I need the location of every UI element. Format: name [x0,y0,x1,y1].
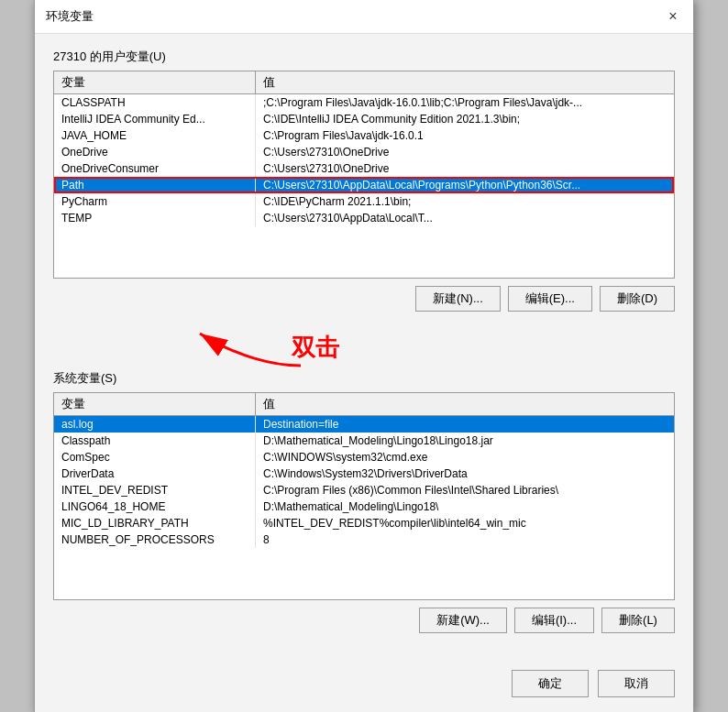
table-row[interactable]: NUMBER_OF_PROCESSORS8 [54,531,674,548]
row-val: %INTEL_DEV_REDIST%compiler\lib\intel64_w… [256,515,674,531]
row-var: TEMP [54,210,256,226]
row-val: C:\Program Files\Java\jdk-16.0.1 [256,127,674,144]
system-header-var: 变量 [54,393,256,415]
row-var: Classpath [54,433,256,449]
row-var: JAVA_HOME [54,127,256,144]
row-val: Destination=file [256,416,674,433]
system-variables-table: 变量 值 asl.logDestination=fileClasspathD:\… [53,392,675,600]
table-row[interactable]: LINGO64_18_HOMED:\Mathematical_Modeling\… [54,498,674,515]
table-row[interactable]: TEMPC:\Users\27310\AppData\Local\T... [54,210,674,226]
system-table-body: asl.logDestination=fileClasspathD:\Mathe… [54,416,674,599]
row-var: asl.log [54,416,256,433]
system-buttons-row: 新建(W)... 编辑(I)... 删除(L) [53,608,675,633]
row-var: DriverData [54,466,256,482]
user-buttons-row: 新建(N)... 编辑(E)... 删除(D) [53,286,675,312]
system-header-val: 值 [256,393,674,415]
user-header-val: 值 [256,71,674,93]
user-header-var: 变量 [54,71,256,93]
row-val: C:\Users\27310\AppData\Local\T... [256,210,674,226]
table-row[interactable]: asl.logDestination=file [54,416,674,433]
system-delete-button[interactable]: 删除(L) [601,608,675,633]
row-var: OneDriveConsumer [54,160,256,177]
system-new-button[interactable]: 新建(W)... [419,608,507,633]
row-val: C:\Windows\System32\Drivers\DriverData [256,466,674,482]
row-var: PyCharm [54,193,256,210]
user-variables-table: 变量 值 CLASSPATH;C:\Program Files\Java\jdk… [53,71,675,279]
row-var: CLASSPATH [54,94,256,111]
row-val: C:\Users\27310\OneDrive [256,144,674,160]
dialog-title: 环境变量 [46,8,94,25]
user-delete-button[interactable]: 删除(D) [600,286,675,312]
table-row[interactable]: OneDriveConsumerC:\Users\27310\OneDrive [54,160,674,177]
row-val: C:\WINDOWS\system32\cmd.exe [256,449,674,466]
row-var: LINGO64_18_HOME [54,498,256,515]
row-var: INTEL_DEV_REDIST [54,482,256,498]
table-row[interactable]: DriverDataC:\Windows\System32\Drivers\Dr… [54,466,674,482]
user-edit-button[interactable]: 编辑(E)... [508,286,592,312]
row-val: C:\Users\27310\OneDrive [256,160,674,177]
row-var: ComSpec [54,449,256,466]
table-row[interactable]: PyCharmC:\IDE\PyCharm 2021.1.1\bin; [54,193,674,210]
footer-buttons: 确定 取消 [35,661,693,712]
row-val: D:\Mathematical_Modeling\Lingo18\ [256,498,674,515]
user-table-body: CLASSPATH;C:\Program Files\Java\jdk-16.0… [54,94,674,278]
row-val: 8 [256,531,674,548]
table-row[interactable]: ClasspathD:\Mathematical_Modeling\Lingo1… [54,433,674,449]
table-row[interactable]: OneDriveC:\Users\27310\OneDrive [54,144,674,160]
double-click-label: 双击 [292,332,339,364]
title-bar: 环境变量 × [35,0,693,34]
row-val: C:\IDE\IntelliJ IDEA Community Edition 2… [256,111,674,127]
row-val: D:\Mathematical_Modeling\Lingo18\Lingo18… [256,433,674,449]
table-row[interactable]: MIC_LD_LIBRARY_PATH%INTEL_DEV_REDIST%com… [54,515,674,531]
row-var: Path [54,177,256,193]
table-row[interactable]: IntelliJ IDEA Community Ed...C:\IDE\Inte… [54,111,674,127]
dialog-body: 27310 的用户变量(U) 变量 值 CLASSPATH;C:\Program… [35,34,693,661]
system-edit-button[interactable]: 编辑(I)... [514,608,594,633]
table-row[interactable]: INTEL_DEV_REDISTC:\Program Files (x86)\C… [54,482,674,498]
table-row[interactable]: PathC:\Users\27310\AppData\Local\Program… [54,177,674,193]
close-button[interactable]: × [664,7,682,26]
user-new-button[interactable]: 新建(N)... [415,286,501,312]
cancel-button[interactable]: 取消 [598,670,675,697]
row-var: MIC_LD_LIBRARY_PATH [54,515,256,531]
row-val: ;C:\Program Files\Java\jdk-16.0.1\lib;C:… [256,94,674,111]
table-row[interactable]: ComSpecC:\WINDOWS\system32\cmd.exe [54,449,674,466]
row-var: IntelliJ IDEA Community Ed... [54,111,256,127]
user-section-label: 27310 的用户变量(U) [53,49,675,65]
user-table-header: 变量 值 [54,71,674,94]
row-val: C:\Program Files (x86)\Common Files\Inte… [256,482,674,498]
table-row[interactable]: JAVA_HOMEC:\Program Files\Java\jdk-16.0.… [54,127,674,144]
row-val: C:\IDE\PyCharm 2021.1.1\bin; [256,193,674,210]
system-table-header: 变量 值 [54,393,674,416]
row-val: C:\Users\27310\AppData\Local\Programs\Py… [256,177,674,193]
annotation-area: 双击 [53,324,675,370]
row-var: NUMBER_OF_PROCESSORS [54,531,256,548]
ok-button[interactable]: 确定 [512,670,589,697]
environment-variables-dialog: 环境变量 × 27310 的用户变量(U) 变量 值 CLASSPATH;C:\… [34,0,694,712]
row-var: OneDrive [54,144,256,160]
table-row[interactable]: CLASSPATH;C:\Program Files\Java\jdk-16.0… [54,94,674,111]
